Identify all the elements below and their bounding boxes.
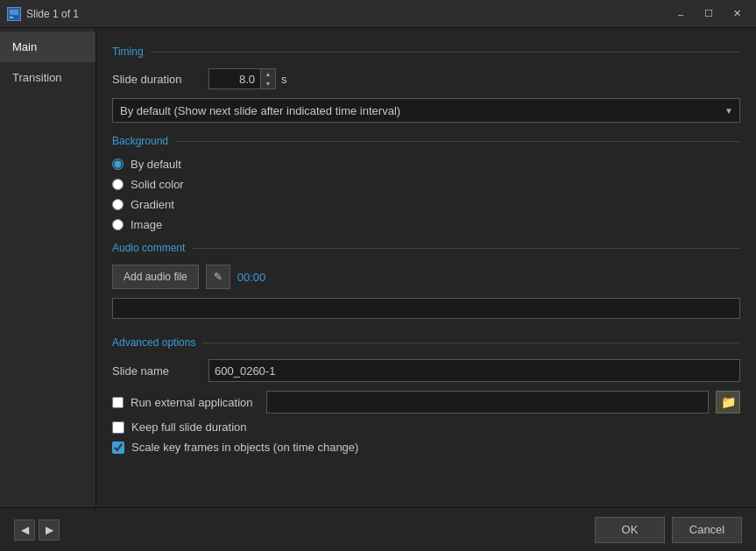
svg-rect-1 — [10, 10, 18, 15]
nav-arrows: ◀ ▶ — [14, 519, 60, 540]
radio-by-default-label[interactable]: By default — [131, 158, 181, 171]
timing-label: Timing — [112, 46, 144, 58]
background-radio-group: By default Solid color Gradient Image — [112, 158, 740, 231]
radio-solid-color-input[interactable] — [112, 179, 124, 190]
radio-by-default: By default — [112, 158, 740, 171]
prev-icon: ◀ — [21, 524, 29, 536]
keep-full-row: Keep full slide duration — [112, 420, 740, 434]
radio-by-default-input[interactable] — [112, 159, 124, 170]
radio-solid-color-label[interactable]: Solid color — [131, 178, 184, 191]
radio-image-label[interactable]: Image — [131, 218, 162, 231]
duration-row: Slide duration ▲ ▼ s — [112, 68, 740, 89]
timing-dropdown[interactable]: By default (Show next slide after indica… — [112, 98, 740, 123]
duration-spinner: ▲ ▼ — [261, 68, 276, 89]
slide-name-label: Slide name — [112, 364, 208, 378]
timing-dropdown-row: By default (Show next slide after indica… — [112, 98, 740, 123]
minimize-button[interactable]: – — [668, 5, 693, 23]
titlebar: Slide 1 of 1 – ☐ ✕ — [0, 0, 756, 28]
duration-label: Slide duration — [112, 73, 208, 86]
run-external-label[interactable]: Run external application — [131, 396, 252, 409]
cancel-button[interactable]: Cancel — [672, 517, 742, 543]
next-button[interactable]: ▶ — [39, 519, 60, 540]
duration-down-btn[interactable]: ▼ — [261, 79, 275, 88]
run-external-path-input[interactable] — [266, 391, 709, 413]
timing-dropdown-wrapper: By default (Show next slide after indica… — [112, 98, 740, 123]
audio-edit-button[interactable]: ✎ — [206, 265, 230, 289]
audio-line — [192, 248, 740, 249]
keep-full-checkbox[interactable] — [112, 421, 124, 434]
add-audio-label: Add audio file — [124, 271, 187, 283]
radio-solid-color: Solid color — [112, 178, 740, 191]
sidebar: Main Transition — [0, 28, 96, 551]
run-external-checkbox[interactable] — [112, 397, 124, 408]
audio-edit-icon: ✎ — [214, 271, 223, 283]
radio-gradient-label[interactable]: Gradient — [131, 198, 174, 211]
background-line — [175, 141, 740, 142]
radio-image: Image — [112, 218, 740, 231]
radio-gradient-input[interactable] — [112, 199, 124, 210]
advanced-label: Advanced options — [112, 336, 195, 349]
scale-keyframes-checkbox[interactable] — [112, 442, 124, 454]
ok-button[interactable]: OK — [595, 517, 665, 543]
radio-image-input[interactable] — [112, 219, 124, 230]
timing-line — [151, 52, 740, 53]
unit-label: s — [281, 73, 287, 86]
titlebar-title: Slide 1 of 1 — [26, 8, 79, 20]
scale-keyframes-label[interactable]: Scale key frames in objects (on time cha… — [131, 441, 358, 454]
radio-gradient: Gradient — [112, 198, 740, 211]
bottom-bar: ◀ ▶ OK Cancel — [0, 507, 756, 551]
audio-label: Audio comment — [112, 242, 185, 254]
close-button[interactable]: ✕ — [724, 5, 749, 23]
audio-time-display: 00:00 — [237, 271, 266, 284]
sidebar-item-main[interactable]: Main — [0, 32, 95, 62]
slide-name-row: Slide name — [112, 359, 740, 382]
audio-controls-row: Add audio file ✎ 00:00 — [112, 265, 740, 289]
dialog-buttons: OK Cancel — [595, 517, 742, 543]
prev-button[interactable]: ◀ — [14, 519, 35, 540]
main-layout: Main Transition Timing Slide duration ▲ … — [0, 28, 756, 551]
background-section-header: Background — [112, 135, 740, 147]
audio-path-input[interactable] — [112, 298, 740, 319]
duration-input[interactable] — [208, 68, 261, 89]
folder-browse-button[interactable]: 📁 — [716, 391, 740, 413]
app-icon — [7, 7, 21, 21]
run-external-row: Run external application 📁 — [112, 391, 740, 413]
sidebar-item-transition[interactable]: Transition — [0, 62, 95, 93]
duration-up-btn[interactable]: ▲ — [261, 69, 275, 79]
keep-full-label[interactable]: Keep full slide duration — [131, 420, 247, 434]
slide-name-input[interactable] — [208, 359, 740, 382]
audio-section-header: Audio comment — [112, 242, 740, 254]
background-label: Background — [112, 135, 168, 147]
add-audio-button[interactable]: Add audio file — [112, 265, 199, 289]
titlebar-controls: – ☐ ✕ — [668, 5, 749, 23]
advanced-section-header: Advanced options — [112, 336, 740, 349]
advanced-line — [202, 343, 740, 343]
scale-keyframes-row: Scale key frames in objects (on time cha… — [112, 441, 740, 454]
next-icon: ▶ — [46, 524, 53, 536]
content-area: Timing Slide duration ▲ ▼ s By default (… — [96, 28, 756, 551]
svg-rect-2 — [10, 17, 13, 18]
folder-icon: 📁 — [721, 395, 736, 409]
timing-section-header: Timing — [112, 46, 740, 58]
maximize-button[interactable]: ☐ — [696, 5, 721, 23]
titlebar-left: Slide 1 of 1 — [7, 7, 79, 21]
